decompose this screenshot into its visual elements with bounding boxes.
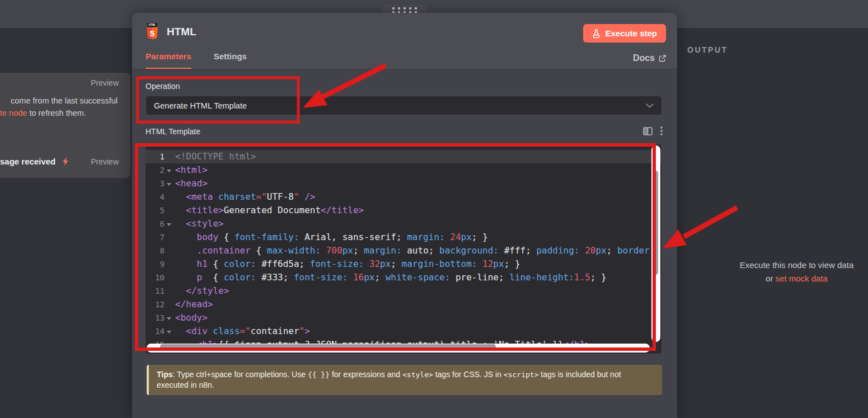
- modal-header: HTML 5 HTML Execute step Parameters Sett…: [132, 13, 677, 69]
- code-line[interactable]: 8 .container { max-width: 700px; margin:…: [146, 244, 661, 257]
- code-line[interactable]: 2<html>: [146, 163, 661, 177]
- docs-link[interactable]: Docs: [633, 53, 666, 63]
- code-line[interactable]: 14 <div class="container">: [146, 325, 661, 338]
- line-number: 14: [146, 325, 165, 338]
- code-line[interactable]: 4 <meta charset="UTF-8" />: [146, 190, 661, 204]
- fold-spacer: [165, 298, 172, 311]
- tab-parameters[interactable]: Parameters: [146, 51, 191, 69]
- code-text: </style>: [172, 284, 229, 298]
- code-text: body { font-family: Arial, sans-serif; m…: [172, 231, 488, 244]
- node-title: HTML: [167, 26, 196, 38]
- fold-spacer: [165, 204, 172, 217]
- code-line[interactable]: 6 <style>: [146, 217, 661, 231]
- input-hint-line2: te node to refresh them.: [0, 109, 86, 118]
- fold-spacer: [165, 231, 172, 244]
- code-text: <meta charset="UTF-8" />: [172, 190, 315, 204]
- code-line[interactable]: 7 body { font-family: Arial, sans-serif;…: [146, 231, 661, 244]
- fold-spacer: [165, 271, 172, 284]
- node-detail-modal: HTML 5 HTML Execute step Parameters Sett…: [132, 13, 677, 418]
- output-empty-state: Execute this node to view data or set mo…: [725, 259, 868, 285]
- code-text: </head>: [172, 298, 213, 311]
- fold-spacer: [165, 190, 172, 204]
- line-number: 13: [146, 311, 165, 325]
- code-lines: 1<!DOCTYPE html>2<html>3<head>4 <meta ch…: [146, 150, 661, 351]
- fold-icon[interactable]: [165, 177, 172, 190]
- code-text: p { color: #333; font-size: 16px; white-…: [172, 271, 607, 284]
- execute-step-button[interactable]: Execute step: [583, 24, 666, 43]
- input-hint-line1: come from the last successful: [11, 96, 118, 105]
- svg-text:5: 5: [150, 29, 154, 38]
- tips-callout: Tips: Type ctrl+space for completions. U…: [147, 365, 662, 395]
- horizontal-scrollbar-thumb[interactable]: [160, 344, 496, 349]
- code-line[interactable]: 5 <title>Generated Document</title>: [146, 204, 661, 217]
- fold-spacer: [165, 284, 172, 298]
- kebab-menu-icon[interactable]: [660, 126, 663, 135]
- set-mock-data-link[interactable]: set mock data: [776, 274, 828, 283]
- line-number: 3: [146, 177, 165, 190]
- code-line[interactable]: 9 h1 { color: #ff6d5a; font-size: 32px; …: [146, 257, 661, 271]
- line-number: 9: [146, 257, 165, 271]
- horizontal-scrollbar[interactable]: [147, 344, 650, 353]
- fold-icon[interactable]: [165, 163, 172, 177]
- fold-icon[interactable]: [165, 217, 172, 231]
- input-panel-card: Preview come from the last successful te…: [0, 73, 130, 178]
- fold-icon[interactable]: [165, 311, 172, 325]
- code-text: h1 { color: #ff6d5a; font-size: 32px; ma…: [172, 257, 520, 271]
- fold-spacer: [165, 244, 172, 257]
- input-node-label: sage received: [0, 157, 55, 166]
- line-number: 1: [146, 150, 165, 163]
- line-number: 10: [146, 271, 165, 284]
- code-text: <title>Generated Document</title>: [172, 204, 364, 217]
- operation-label: Operation: [146, 82, 180, 91]
- line-number: 5: [146, 204, 165, 217]
- line-number: 6: [146, 217, 165, 231]
- html-template-editor[interactable]: 1<!DOCTYPE html>2<html>3<head>4 <meta ch…: [146, 144, 661, 354]
- vertical-scrollbar[interactable]: [651, 145, 660, 342]
- scrollbar-corner: [651, 343, 660, 353]
- execute-node-link[interactable]: te node: [0, 109, 27, 118]
- fold-spacer: [165, 150, 172, 163]
- vertical-scrollbar-thumb[interactable]: [653, 171, 658, 275]
- input-node-item[interactable]: sage received Preview: [0, 157, 119, 166]
- input-item-preview-link[interactable]: Preview: [91, 157, 119, 166]
- line-number: 8: [146, 244, 165, 257]
- code-text: <style>: [172, 217, 224, 231]
- flask-icon: [592, 29, 600, 38]
- line-number: 2: [146, 163, 165, 177]
- operation-value: Generate HTML Template: [154, 101, 247, 110]
- input-preview-link[interactable]: Preview: [91, 78, 119, 87]
- external-link-icon: [659, 55, 666, 62]
- html5-icon: HTML 5: [144, 23, 160, 40]
- code-text: <!DOCTYPE html>: [172, 150, 256, 163]
- line-number: 4: [146, 190, 165, 204]
- drag-dots-icon: [392, 7, 417, 13]
- operation-select[interactable]: Generate HTML Template: [146, 96, 662, 115]
- lightning-icon: [62, 157, 69, 166]
- line-number: 11: [146, 284, 165, 298]
- code-text: <head>: [172, 177, 208, 190]
- svg-text:HTML: HTML: [149, 24, 156, 26]
- code-text: <body>: [172, 311, 208, 325]
- line-number: 7: [146, 231, 165, 244]
- code-line[interactable]: 12</head>: [146, 298, 661, 311]
- code-line[interactable]: 13<body>: [146, 311, 661, 325]
- chevron-down-icon: [646, 104, 654, 108]
- output-panel-title: OUTPUT: [687, 45, 728, 54]
- html-template-label: HTML Template: [146, 127, 200, 136]
- code-line[interactable]: 10 p { color: #333; font-size: 16px; whi…: [146, 271, 661, 284]
- tab-bar: Parameters Settings: [146, 51, 247, 69]
- fold-spacer: [165, 257, 172, 271]
- code-text: <html>: [172, 163, 208, 177]
- code-line[interactable]: 1<!DOCTYPE html>: [146, 150, 661, 163]
- code-text: <div class="container">: [172, 325, 310, 338]
- line-number: 12: [146, 298, 165, 311]
- code-line[interactable]: 3<head>: [146, 177, 661, 190]
- fold-icon[interactable]: [165, 325, 172, 338]
- split-view-icon[interactable]: [643, 127, 653, 135]
- output-panel-backdrop: [677, 28, 868, 418]
- tab-settings[interactable]: Settings: [214, 51, 247, 69]
- code-text: .container { max-width: 700px; margin: a…: [172, 244, 650, 257]
- code-line[interactable]: 11 </style>: [146, 284, 661, 298]
